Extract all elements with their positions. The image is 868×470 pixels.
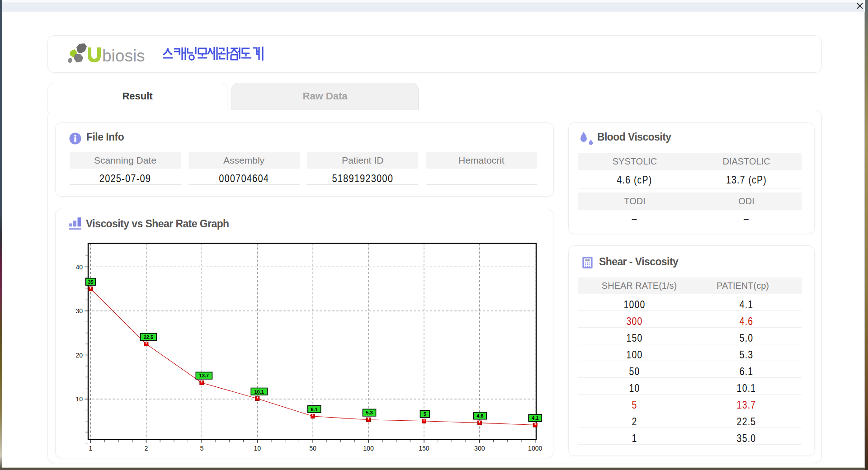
- svg-text:1: 1: [89, 445, 93, 452]
- svg-text:1000: 1000: [528, 445, 542, 452]
- svg-text:biosis: biosis: [102, 47, 145, 65]
- svg-text:22.5: 22.5: [144, 334, 153, 340]
- svg-text:4.1: 4.1: [532, 415, 538, 421]
- svg-text:20: 20: [75, 352, 83, 359]
- svg-text:150: 150: [419, 445, 429, 452]
- svg-text:10: 10: [254, 445, 261, 452]
- svg-text:2: 2: [145, 445, 148, 452]
- svg-text:40: 40: [75, 263, 83, 271]
- svg-text:5: 5: [200, 445, 203, 452]
- svg-text:10: 10: [75, 395, 83, 403]
- svg-text:5: 5: [424, 411, 426, 417]
- svg-text:4.6: 4.6: [476, 413, 483, 418]
- svg-text:30: 30: [75, 307, 83, 315]
- svg-text:13.7: 13.7: [199, 373, 209, 378]
- svg-text:300: 300: [474, 445, 485, 452]
- svg-text:5.3: 5.3: [366, 410, 373, 415]
- svg-text:10.1: 10.1: [254, 389, 264, 395]
- svg-text:100: 100: [363, 445, 374, 452]
- svg-text:6.1: 6.1: [311, 407, 317, 412]
- svg-text:50: 50: [309, 445, 316, 452]
- svg-text:35: 35: [88, 279, 93, 285]
